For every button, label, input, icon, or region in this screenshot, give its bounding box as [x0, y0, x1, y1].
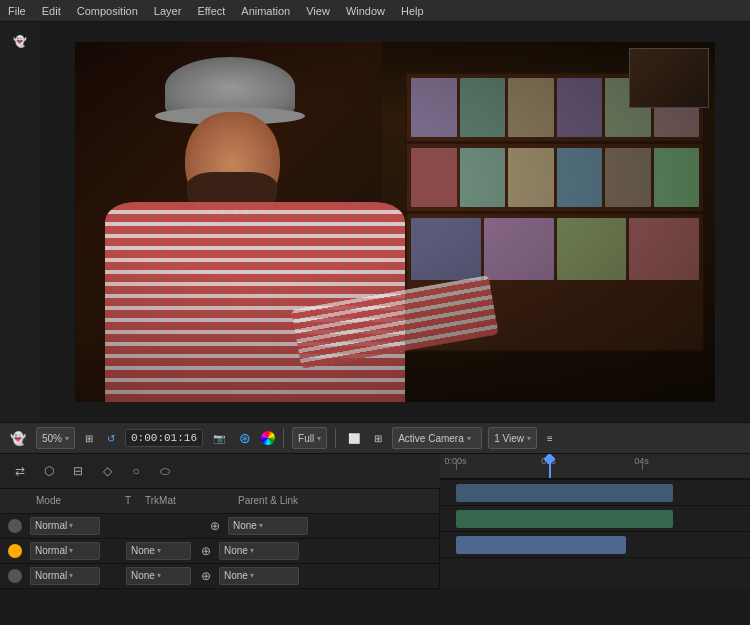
- mask-toggle-btn[interactable]: 👻: [6, 429, 30, 448]
- shelf-item: [508, 148, 554, 207]
- shelf-item: [411, 148, 457, 207]
- panel-area: ⇄ ⬡ ⊟ ◇ ○ ⬭ Mode T TrkMat Parent & L: [0, 454, 750, 589]
- shelf-item: [460, 78, 506, 137]
- mask-shape-btn[interactable]: ⬭: [153, 459, 177, 483]
- parent-dropdown-2[interactable]: None ▾: [219, 542, 299, 560]
- trkmat-dropdown-3[interactable]: None ▾: [126, 567, 191, 585]
- shelf-item: [484, 218, 554, 280]
- shape-icon: ○: [132, 464, 139, 478]
- solo-btn-2[interactable]: [8, 544, 22, 558]
- shelf-item: [411, 218, 481, 280]
- menu-edit[interactable]: Edit: [42, 5, 61, 17]
- mode-chevron-3: ▾: [69, 571, 73, 580]
- timeline-ruler[interactable]: 0:00s 02s 04s: [440, 454, 750, 479]
- shelf-item: [411, 78, 457, 137]
- view-count-label: 1 View: [494, 433, 524, 444]
- adjustment-layer-btn[interactable]: ⊟: [66, 459, 90, 483]
- timecode-value: 0:00:01:16: [131, 432, 197, 444]
- shelf-item: [460, 148, 506, 207]
- menu-help[interactable]: Help: [401, 5, 424, 17]
- menu-file[interactable]: File: [8, 5, 26, 17]
- menu-animation[interactable]: Animation: [241, 5, 290, 17]
- quality-dropdown[interactable]: Full ▾: [292, 427, 327, 449]
- timecode-display[interactable]: 0:00:01:16: [125, 429, 203, 447]
- col-parent: Parent & Link: [238, 495, 348, 506]
- camera-label: Active Camera: [398, 433, 464, 444]
- mode-dropdown-3[interactable]: Normal ▾: [30, 567, 100, 585]
- link-icon-1: ⊕: [210, 519, 220, 533]
- col-mode: Mode: [36, 495, 111, 506]
- shelf-row-2: [407, 144, 703, 214]
- shelf-item: [557, 148, 603, 207]
- mode-value-3: Normal: [35, 570, 67, 581]
- ghost-icon-btn[interactable]: 👻: [6, 30, 34, 52]
- grid-btn[interactable]: ⊞: [81, 431, 97, 446]
- layer-row: Normal ▾ None ▾ ⊕ None ▾: [0, 539, 439, 564]
- trkmat-chevron-3: ▾: [157, 571, 161, 580]
- color-wheel-icon[interactable]: [261, 431, 275, 445]
- viewer-controls: 👻 50% ▾ ⊞ ↺ 0:00:01:16 📷 ⊛ Full ▾ ⬜ ⊞ Ac…: [0, 422, 750, 454]
- more-options-btn[interactable]: ≡: [543, 431, 557, 446]
- view-icon: ⬜: [348, 433, 360, 444]
- menu-window[interactable]: Window: [346, 5, 385, 17]
- zoom-value: 50%: [42, 433, 62, 444]
- trkmat-value-2: None: [131, 545, 155, 556]
- timeline-ruler-row: 0:00s 02s 04s: [440, 454, 750, 480]
- viewer-main: [40, 22, 750, 422]
- view-count-dropdown[interactable]: 1 View ▾: [488, 427, 537, 449]
- cycle-icon: ⊛: [239, 430, 251, 446]
- layer-panel: ⇄ ⬡ ⊟ ◇ ○ ⬭ Mode T TrkMat Parent & L: [0, 454, 440, 589]
- link-icon-2: ⊕: [201, 544, 211, 558]
- layer-row: Normal ▾ ⊕ None ▾: [0, 514, 439, 539]
- menu-composition[interactable]: Composition: [77, 5, 138, 17]
- track-row-2: [440, 506, 750, 532]
- timeline-tracks: 0:00s 02s 04s: [440, 454, 750, 589]
- track-bar-2[interactable]: [456, 510, 673, 528]
- mode-chevron-2: ▾: [69, 546, 73, 555]
- layer-headers: Mode T TrkMat Parent & Link: [0, 489, 439, 514]
- mask-shape-icon: ⬭: [160, 464, 170, 478]
- track-bar-3[interactable]: [456, 536, 627, 554]
- parent-dropdown-3[interactable]: None ▾: [219, 567, 299, 585]
- parent-chevron-1: ▾: [259, 521, 263, 530]
- divider-1: [283, 428, 284, 448]
- null-object-btn[interactable]: ⬡: [37, 459, 61, 483]
- quad-view-icon: ⊞: [374, 433, 382, 444]
- thumbnail-corner: [629, 48, 709, 108]
- grid-icon: ⊞: [85, 433, 93, 444]
- shape-btn[interactable]: ○: [124, 459, 148, 483]
- trkmat-dropdown-2[interactable]: None ▾: [126, 542, 191, 560]
- col-trkmat: TrkMat: [145, 495, 230, 506]
- col-t: T: [119, 495, 137, 506]
- shelf-item: [557, 78, 603, 137]
- trkmat-value-3: None: [131, 570, 155, 581]
- view-count-chevron: ▾: [527, 434, 531, 443]
- thumbnail-preview: [630, 49, 708, 107]
- view-icon-btn[interactable]: ⬜: [344, 431, 364, 446]
- menu-view[interactable]: View: [306, 5, 330, 17]
- keyframe-btn[interactable]: ◇: [95, 459, 119, 483]
- solo-btn-3[interactable]: [8, 569, 22, 583]
- track-bar-1[interactable]: [456, 484, 673, 502]
- camera-rotate-btn[interactable]: ↺: [103, 431, 119, 446]
- parent-value-3: None: [224, 570, 248, 581]
- mode-value-1: Normal: [35, 520, 67, 531]
- mode-dropdown-2[interactable]: Normal ▾: [30, 542, 100, 560]
- transfer-icon: ⇄: [15, 464, 25, 478]
- solo-btn-1[interactable]: [8, 519, 22, 533]
- mode-dropdown-1[interactable]: Normal ▾: [30, 517, 100, 535]
- shelf-item: [508, 78, 554, 137]
- trkmat-chevron-2: ▾: [157, 546, 161, 555]
- menu-layer[interactable]: Layer: [154, 5, 182, 17]
- transfer-motion-btn[interactable]: ⇄: [8, 459, 32, 483]
- quad-view-btn[interactable]: ⊞: [370, 431, 386, 446]
- cycle-btn[interactable]: ⊛: [235, 428, 255, 448]
- menu-effect[interactable]: Effect: [197, 5, 225, 17]
- shelf-item: [557, 218, 627, 280]
- camera-dropdown[interactable]: Active Camera ▾: [392, 427, 482, 449]
- parent-dropdown-1[interactable]: None ▾: [228, 517, 308, 535]
- zoom-dropdown[interactable]: 50% ▾: [36, 427, 75, 449]
- shelf-item: [629, 218, 699, 280]
- playhead[interactable]: [549, 454, 551, 478]
- snapshot-btn[interactable]: 📷: [209, 431, 229, 446]
